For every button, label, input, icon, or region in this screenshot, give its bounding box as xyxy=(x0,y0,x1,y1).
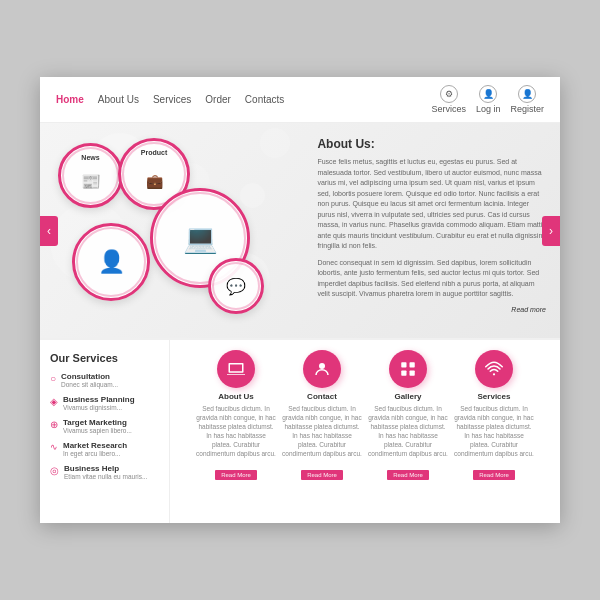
services-sidebar-title: Our Services xyxy=(50,352,159,364)
contact-card-icon xyxy=(303,350,341,388)
hero-section: ‹ News 📰 Product xyxy=(40,123,560,338)
service-business-planning: ◈ Business Planning Vivamus dignissim... xyxy=(50,395,159,411)
card-gallery-text: Sed faucibus dictum. In gravida nibh con… xyxy=(368,404,448,459)
bplanning-desc: Vivamus dignissim... xyxy=(63,404,135,411)
nav-services-icon-item[interactable]: ⚙ Services xyxy=(431,85,466,114)
about-title: About Us: xyxy=(317,137,546,151)
svg-rect-1 xyxy=(230,365,242,372)
bplanning-name: Business Planning xyxy=(63,395,135,404)
card-contact-read-more[interactable]: Read More xyxy=(301,470,343,480)
nav-register-icon-item[interactable]: 👤 Register xyxy=(510,85,544,114)
card-services-text: Sed faucibus dictum. In gravida nibh con… xyxy=(454,404,534,459)
svg-rect-5 xyxy=(401,371,406,376)
service-cards-area: About Us Sed faucibus dictum. In gravida… xyxy=(170,340,560,523)
nav-contacts[interactable]: Contacts xyxy=(245,94,284,105)
mresearch-info: Market Research In eget arcu libero... xyxy=(63,441,127,457)
card-about-read-more[interactable]: Read More xyxy=(215,470,257,480)
tmarketing-icon: ⊕ xyxy=(50,419,58,430)
service-target-marketing: ⊕ Target Marketing Vivamus sapien libero… xyxy=(50,418,159,434)
services-icon: ⚙ xyxy=(440,85,458,103)
card-services: Services Sed faucibus dictum. In gravida… xyxy=(454,350,534,481)
grid-card-icon xyxy=(399,360,417,378)
card-gallery-read-more[interactable]: Read More xyxy=(387,470,429,480)
consultation-name: Consultation xyxy=(61,372,118,381)
consultation-info: Consultation Donec sit aliquam... xyxy=(61,372,118,388)
about-text-2: Donec consequat in sem id dignissim. Sed… xyxy=(317,258,546,300)
svg-point-2 xyxy=(319,363,325,369)
bhelp-info: Business Help Etiam vitae nulla eu mauri… xyxy=(64,464,147,480)
nav-register-label: Register xyxy=(510,104,544,114)
svg-rect-3 xyxy=(401,362,406,367)
card-gallery-title: Gallery xyxy=(368,392,448,401)
service-cards-row: About Us Sed faucibus dictum. In gravida… xyxy=(178,350,552,481)
svg-rect-6 xyxy=(410,371,415,376)
consultation-desc: Donec sit aliquam... xyxy=(61,381,118,388)
nav-home[interactable]: Home xyxy=(56,94,84,105)
hero-circles: News 📰 Product 💼 💻 👤 xyxy=(40,123,311,338)
about-text-1: Fusce felis metus, sagittis et luctus eu… xyxy=(317,157,546,252)
laptop-card-icon xyxy=(227,360,245,378)
svg-point-7 xyxy=(493,373,495,375)
navbar: Home About Us Services Order Contacts ⚙ … xyxy=(40,77,560,123)
consultation-icon: ○ xyxy=(50,373,56,384)
register-icon: 👤 xyxy=(518,85,536,103)
bplanning-info: Business Planning Vivamus dignissim... xyxy=(63,395,135,411)
person-card-icon xyxy=(313,360,331,378)
tmarketing-name: Target Marketing xyxy=(63,418,132,427)
tmarketing-desc: Vivamus sapien libero... xyxy=(63,427,132,434)
nav-login-label: Log in xyxy=(476,104,501,114)
mresearch-icon: ∿ xyxy=(50,442,58,452)
bhelp-icon: ◎ xyxy=(50,465,59,476)
mresearch-desc: In eget arcu libero... xyxy=(63,450,127,457)
about-us-card-icon xyxy=(217,350,255,388)
nav-about[interactable]: About Us xyxy=(98,94,139,105)
card-gallery: Gallery Sed faucibus dictum. In gravida … xyxy=(368,350,448,481)
services-card-icon xyxy=(475,350,513,388)
card-services-title: Services xyxy=(454,392,534,401)
next-arrow-button[interactable]: › xyxy=(542,216,560,246)
service-business-help: ◎ Business Help Etiam vitae nulla eu mau… xyxy=(50,464,159,480)
bplanning-icon: ◈ xyxy=(50,396,58,407)
card-contact-title: Contact xyxy=(282,392,362,401)
bhelp-desc: Etiam vitae nulla eu mauris... xyxy=(64,473,147,480)
prev-arrow-button[interactable]: ‹ xyxy=(40,216,58,246)
svg-rect-4 xyxy=(410,362,415,367)
bubble-chat[interactable]: 💬 xyxy=(208,258,264,314)
nav-services-label: Services xyxy=(431,104,466,114)
service-consultation: ○ Consultation Donec sit aliquam... xyxy=(50,372,159,388)
nav-icon-group: ⚙ Services 👤 Log in 👤 Register xyxy=(431,85,544,114)
bottom-section: Our Services ○ Consultation Donec sit al… xyxy=(40,338,560,523)
nav-services[interactable]: Services xyxy=(153,94,191,105)
bubble-person[interactable]: 👤 xyxy=(72,223,150,301)
website-mockup: Home About Us Services Order Contacts ⚙ … xyxy=(40,77,560,523)
card-about-us: About Us Sed faucibus dictum. In gravida… xyxy=(196,350,276,481)
wifi-card-icon xyxy=(485,360,503,378)
bubble-product-label: Product xyxy=(121,149,187,156)
bubble-news[interactable]: News 📰 xyxy=(58,143,123,208)
bhelp-name: Business Help xyxy=(64,464,147,473)
nav-order[interactable]: Order xyxy=(205,94,231,105)
services-sidebar: Our Services ○ Consultation Donec sit al… xyxy=(40,340,170,523)
service-market-research: ∿ Market Research In eget arcu libero... xyxy=(50,441,159,457)
card-about-text: Sed faucibus dictum. In gravida nibh con… xyxy=(196,404,276,459)
card-contact-text: Sed faucibus dictum. In gravida nibh con… xyxy=(282,404,362,459)
card-contact: Contact Sed faucibus dictum. In gravida … xyxy=(282,350,362,481)
nav-links: Home About Us Services Order Contacts xyxy=(56,94,431,105)
read-more-link[interactable]: Read more xyxy=(317,306,546,313)
nav-login-icon-item[interactable]: 👤 Log in xyxy=(476,85,501,114)
gallery-card-icon xyxy=(389,350,427,388)
hero-about: About Us: Fusce felis metus, sagittis et… xyxy=(311,123,560,338)
login-icon: 👤 xyxy=(479,85,497,103)
card-services-read-more[interactable]: Read More xyxy=(473,470,515,480)
card-about-title: About Us xyxy=(196,392,276,401)
bubble-news-label: News xyxy=(61,154,120,161)
mresearch-name: Market Research xyxy=(63,441,127,450)
tmarketing-info: Target Marketing Vivamus sapien libero..… xyxy=(63,418,132,434)
bubbles-container: News 📰 Product 💼 💻 👤 xyxy=(50,133,301,328)
